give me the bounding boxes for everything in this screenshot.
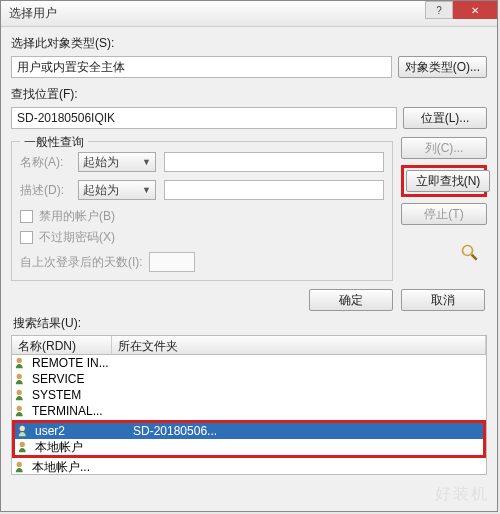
list-item[interactable]: 本地帐户... (12, 459, 486, 475)
svg-point-6 (20, 426, 25, 431)
svg-point-3 (17, 374, 22, 379)
object-type-value: 用户或内置安全主体 (11, 56, 392, 78)
results-list[interactable]: REMOTE IN... SERVICE SYSTEM TERMINAL... … (11, 355, 487, 475)
svg-point-8 (17, 462, 22, 467)
svg-point-4 (17, 390, 22, 395)
list-item[interactable]: user2SD-20180506... (15, 423, 483, 439)
highlight-selected-row: user2SD-20180506... 本地帐户 (12, 420, 486, 458)
watermark: 好装机 (435, 484, 489, 505)
titlebar: 选择用户 ? ✕ (1, 1, 497, 27)
col-folder[interactable]: 所在文件夹 (112, 336, 486, 354)
window-title: 选择用户 (9, 5, 57, 22)
user-icon (14, 404, 28, 418)
columns-button[interactable]: 列(C)... (401, 137, 487, 159)
location-value: SD-20180506IQIK (11, 107, 397, 129)
svg-line-1 (472, 255, 477, 260)
chevron-down-icon: ▼ (142, 157, 151, 167)
disabled-accounts-checkbox[interactable]: 禁用的帐户(B) (20, 208, 384, 225)
list-item[interactable]: SERVICE (12, 371, 486, 387)
col-name[interactable]: 名称(RDN) (12, 336, 112, 354)
object-type-label: 选择此对象类型(S): (11, 35, 487, 52)
checkbox-icon (20, 231, 33, 244)
name-match-select[interactable]: 起始为 ▼ (78, 152, 156, 172)
svg-point-5 (17, 406, 22, 411)
svg-point-0 (463, 246, 473, 256)
svg-point-2 (17, 358, 22, 363)
ok-button[interactable]: 确定 (309, 289, 393, 311)
name-label: 名称(A): (20, 154, 70, 171)
titlebar-buttons: ? ✕ (425, 1, 497, 19)
search-icon (453, 241, 487, 265)
content: 选择此对象类型(S): 用户或内置安全主体 对象类型(O)... 查找位置(F)… (1, 27, 497, 481)
checkbox-icon (20, 210, 33, 223)
list-item[interactable]: 本地帐户 (15, 439, 483, 455)
close-button[interactable]: ✕ (453, 1, 497, 19)
help-button[interactable]: ? (425, 1, 453, 19)
stop-button[interactable]: 停止(T) (401, 203, 487, 225)
dialog-window: 选择用户 ? ✕ 选择此对象类型(S): 用户或内置安全主体 对象类型(O)..… (0, 0, 498, 512)
user-icon (14, 388, 28, 402)
find-now-button[interactable]: 立即查找(N) (406, 170, 490, 192)
results-header: 名称(RDN) 所在文件夹 (11, 335, 487, 355)
name-input[interactable] (164, 152, 384, 172)
desc-match-select[interactable]: 起始为 ▼ (78, 180, 156, 200)
list-item[interactable]: TERMINAL... (12, 403, 486, 419)
list-item[interactable]: REMOTE IN... (12, 355, 486, 371)
user-icon (14, 372, 28, 386)
user-icon (17, 440, 31, 454)
user-icon (17, 424, 31, 438)
highlight-findnow: 立即查找(N) (401, 165, 487, 197)
user-icon (14, 460, 28, 474)
desc-label: 描述(D): (20, 182, 70, 199)
locations-button[interactable]: 位置(L)... (403, 107, 487, 129)
non-expiring-password-checkbox[interactable]: 不过期密码(X) (20, 229, 384, 246)
days-since-logon-input[interactable] (149, 252, 195, 272)
days-since-logon-label: 自上次登录后的天数(I): (20, 254, 143, 271)
location-label: 查找位置(F): (11, 86, 487, 103)
user-icon (14, 356, 28, 370)
common-queries-legend: 一般性查询 (20, 134, 88, 151)
desc-input[interactable] (164, 180, 384, 200)
results-label: 搜索结果(U): (13, 315, 487, 332)
svg-point-7 (20, 442, 25, 447)
cancel-button[interactable]: 取消 (401, 289, 485, 311)
chevron-down-icon: ▼ (142, 185, 151, 195)
common-queries-group: 一般性查询 名称(A): 起始为 ▼ 描述(D): 起始为 ▼ (11, 141, 393, 281)
object-types-button[interactable]: 对象类型(O)... (398, 56, 487, 78)
list-item[interactable]: SYSTEM (12, 387, 486, 403)
